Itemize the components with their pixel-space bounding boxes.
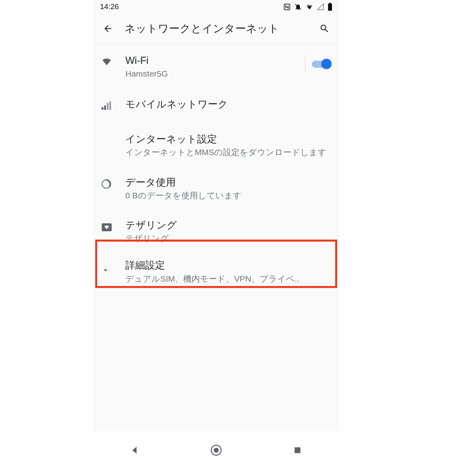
data-usage-subtitle: 0 Bのデータを使用しています (125, 190, 332, 201)
data-usage-row[interactable]: データ使用 0 Bのデータを使用しています (94, 166, 338, 209)
status-time: 14:26 (100, 2, 119, 11)
nav-back-button[interactable] (123, 438, 147, 462)
data-usage-title: データ使用 (125, 176, 332, 188)
internet-settings-subtitle: インターネットとMMSの設定をダウンロードします (125, 147, 332, 158)
tethering-row[interactable]: テザリング テザリング (94, 209, 338, 254)
hotspot-icon (101, 219, 123, 233)
svg-point-7 (214, 448, 219, 453)
wifi-toggle[interactable] (312, 58, 332, 69)
svg-rect-3 (328, 4, 332, 11)
settings-list: Wi-Fi Hamster5G モバイルネットワーク (94, 44, 338, 292)
nav-recent-icon (293, 446, 302, 455)
signal-icon (101, 98, 123, 111)
battery-icon (328, 3, 332, 11)
page-title: ネットワークとインターネット (117, 21, 315, 36)
do-not-disturb-icon (294, 3, 302, 11)
tethering-title: テザリング (125, 219, 332, 231)
nav-bar (94, 438, 338, 463)
nav-home-icon (210, 444, 222, 456)
wifi-icon (101, 54, 123, 66)
advanced-subtitle: デュアルSIM、機内モード、VPN、プライベ.. (125, 273, 332, 284)
mobile-network-title: モバイルネットワーク (125, 98, 332, 110)
chevron-down-icon (101, 259, 123, 275)
arrow-back-icon (103, 23, 113, 34)
status-bar: 14:26 (94, 0, 338, 13)
back-button[interactable] (98, 19, 117, 38)
wifi-row[interactable]: Wi-Fi Hamster5G (94, 46, 338, 88)
settings-screen: 14:26 (94, 0, 338, 431)
wifi-title: Wi-Fi (125, 54, 305, 67)
divider (305, 54, 305, 73)
data-usage-icon (101, 176, 123, 190)
app-bar: ネットワークとインターネット (94, 13, 338, 44)
blank-icon (101, 133, 123, 135)
mobile-network-row[interactable]: モバイルネットワーク (94, 88, 338, 121)
svg-rect-8 (294, 447, 300, 453)
wifi-icon (305, 3, 313, 10)
nav-back-icon (130, 445, 140, 455)
advanced-row[interactable]: 詳細設定 デュアルSIM、機内モード、VPN、プライベ.. (94, 253, 338, 292)
advanced-title: 詳細設定 (125, 259, 332, 271)
signal-icon (317, 3, 324, 10)
nfc-icon (283, 3, 291, 11)
nav-home-button[interactable] (204, 438, 228, 462)
wifi-subtitle: Hamster5G (125, 68, 305, 79)
nav-recent-button[interactable] (286, 438, 309, 462)
search-button[interactable] (315, 19, 334, 38)
svg-rect-2 (329, 3, 331, 4)
tethering-subtitle: テザリング (125, 233, 332, 244)
internet-settings-row[interactable]: インターネット設定 インターネットとMMSの設定をダウンロードします (94, 121, 338, 166)
search-icon (319, 23, 330, 34)
internet-settings-title: インターネット設定 (125, 133, 332, 145)
